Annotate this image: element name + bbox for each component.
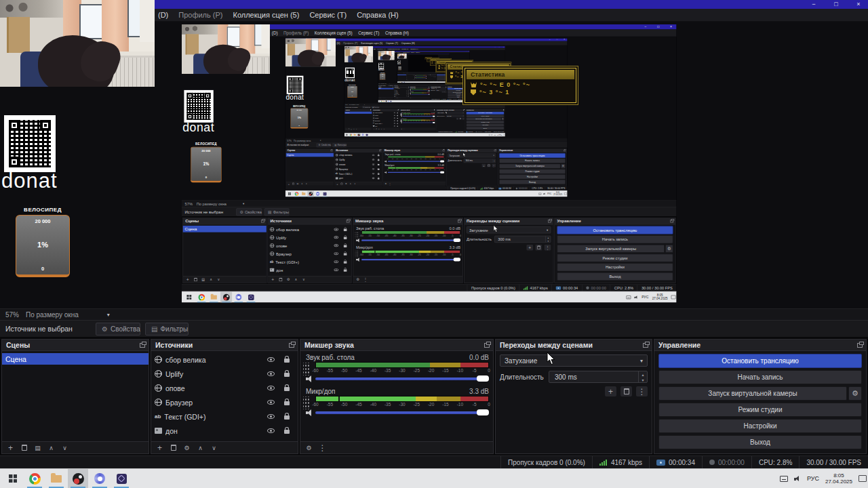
popout-icon[interactable] xyxy=(643,343,648,348)
add-source-button[interactable]: + xyxy=(154,443,165,453)
minimize-icon[interactable]: − xyxy=(810,0,818,9)
menu-item[interactable]: (D) xyxy=(158,11,168,19)
filters-label: Фильтры xyxy=(160,325,188,333)
menu-item[interactable]: Сервис (T) xyxy=(309,11,347,19)
speaker-icon[interactable] xyxy=(794,476,801,482)
donation-qr-code[interactable] xyxy=(4,115,56,172)
lock-icon[interactable] xyxy=(284,373,290,377)
scene-down-button[interactable]: ∨ xyxy=(59,443,71,453)
notification-center-icon[interactable] xyxy=(859,475,867,482)
lock-icon[interactable] xyxy=(284,415,290,420)
taskbar-folder-app[interactable] xyxy=(46,469,66,488)
eye-icon[interactable] xyxy=(267,357,275,362)
taskbar-blue-app[interactable] xyxy=(90,469,110,488)
eye-icon[interactable] xyxy=(267,371,275,376)
wolf-icon xyxy=(471,82,477,87)
eye-icon[interactable] xyxy=(267,428,275,433)
donation-goal-widget[interactable]: ВЕЛОСИПЕД 20 000 1% 0 xyxy=(16,207,70,277)
transition-select[interactable]: Затухание ▾ xyxy=(500,354,648,367)
properties-button[interactable]: ⚙ Свойства xyxy=(96,323,140,336)
source-list-item[interactable]: сбор велика xyxy=(151,352,298,367)
transition-menu-button[interactable]: ⋮ xyxy=(636,386,648,396)
popout-icon[interactable] xyxy=(289,343,294,348)
start-button[interactable] xyxy=(3,469,23,488)
popout-icon[interactable] xyxy=(484,343,490,348)
volume-meter xyxy=(315,362,489,368)
drag-grip-icon[interactable] xyxy=(303,396,311,409)
language-indicator[interactable]: РУС xyxy=(807,475,819,482)
source-list-item[interactable]: abТекст (GDI+) xyxy=(151,409,298,424)
speaker-icon[interactable] xyxy=(306,409,313,416)
spin-up-icon[interactable]: ▴ xyxy=(639,371,647,377)
taskbar-purple-app[interactable] xyxy=(111,469,132,488)
source-list-item[interactable]: опове xyxy=(151,381,298,395)
filters-button[interactable]: ▤ Фильтры xyxy=(145,323,189,336)
scene-filters-button[interactable]: ▤ xyxy=(32,443,43,453)
duration-input[interactable]: 300 ms ▴ ▾ xyxy=(549,371,648,383)
control-button[interactable]: Начать запись xyxy=(658,370,862,384)
remove-source-button[interactable] xyxy=(167,443,179,453)
lock-icon[interactable] xyxy=(284,359,290,363)
transitions-dock-header[interactable]: Переходы между сценами xyxy=(496,340,652,351)
remove-scene-button[interactable] xyxy=(18,443,30,453)
taskbar-chrome[interactable] xyxy=(24,469,45,488)
lock-icon[interactable] xyxy=(284,401,290,405)
close-icon[interactable]: × xyxy=(854,0,863,9)
source-properties-button[interactable]: ⚙ xyxy=(181,443,193,453)
taskbar-obs[interactable] xyxy=(68,469,88,488)
maximize-icon[interactable]: □ xyxy=(832,0,840,9)
sources-dock-header[interactable]: Источники xyxy=(151,340,298,351)
volume-slider-handle[interactable] xyxy=(477,409,489,415)
touch-keyboard-icon[interactable] xyxy=(780,476,788,482)
source-list-item[interactable]: Uplify xyxy=(151,367,298,381)
no-source-label: Источник не выбран xyxy=(5,325,73,333)
scene-up-button[interactable]: ∧ xyxy=(45,443,57,453)
eye-icon[interactable] xyxy=(267,386,275,390)
add-transition-button[interactable]: + xyxy=(605,386,616,396)
virtual-camera-settings-button[interactable]: ⚙ xyxy=(848,386,862,401)
chevron-down-icon: ▾ xyxy=(640,358,643,364)
speaker-icon[interactable] xyxy=(306,375,313,382)
scene-list-item[interactable]: Сцена xyxy=(2,353,149,365)
taskbar-clock[interactable]: 8:05 27.04.2025 xyxy=(825,472,852,485)
popout-icon[interactable] xyxy=(140,343,145,348)
control-button[interactable]: Остановить трансляцию xyxy=(658,354,862,368)
eye-icon[interactable] xyxy=(267,414,275,419)
volume-slider[interactable] xyxy=(315,378,488,380)
webcam-overlay[interactable] xyxy=(0,0,155,87)
source-up-button[interactable]: ∧ xyxy=(195,443,206,453)
menu-item[interactable]: Профиль (P) xyxy=(178,11,222,19)
remove-transition-button[interactable] xyxy=(620,386,632,396)
menu-item[interactable]: Справка (H) xyxy=(357,11,398,19)
add-scene-button[interactable]: + xyxy=(5,443,16,453)
zoom-mode-dropdown[interactable]: По размеру окна ▾ xyxy=(26,311,110,319)
drag-grip-icon[interactable] xyxy=(303,363,311,375)
advanced-audio-button[interactable]: ⚙ xyxy=(303,443,315,453)
mixer-dock-header[interactable]: Микшер звука xyxy=(300,340,493,351)
meter-tick-label: 0 xyxy=(488,402,490,407)
control-button[interactable]: Режим студии xyxy=(658,403,862,417)
eye-icon[interactable] xyxy=(267,400,275,405)
control-button[interactable]: Выход xyxy=(658,435,862,449)
sources-list: сбор великаUplifyоповеБраузерabТекст (GD… xyxy=(151,351,298,438)
scenes-dock-header[interactable]: Сцены xyxy=(2,340,149,351)
source-list-item[interactable]: Браузер xyxy=(151,395,298,409)
goal-percent: 1% xyxy=(16,241,69,249)
volume-slider[interactable] xyxy=(315,411,488,414)
controls-dock: Управление Остановить трансляциюНачать з… xyxy=(654,339,867,454)
lock-icon[interactable] xyxy=(284,430,290,434)
control-button[interactable]: Запуск виртуальной камеры xyxy=(658,386,847,401)
source-down-button[interactable]: ∨ xyxy=(208,443,220,453)
qr-pattern xyxy=(9,120,51,167)
stats-overlay-window[interactable]: Статистика °~ °~ E 0 °~ °~ °~ 3 °~ 1 xyxy=(465,68,576,103)
volume-slider-handle[interactable] xyxy=(477,375,489,382)
lock-icon[interactable] xyxy=(284,387,290,391)
spin-down-icon[interactable]: ▾ xyxy=(639,377,647,382)
control-button[interactable]: Настройки xyxy=(658,419,862,433)
menu-item[interactable]: Коллекция сцен (5) xyxy=(233,11,300,19)
spinner-arrows: ▴ ▾ xyxy=(638,371,647,382)
controls-dock-header[interactable]: Управление xyxy=(654,340,866,351)
source-list-item[interactable]: дон xyxy=(151,424,298,438)
popout-icon[interactable] xyxy=(857,343,863,348)
mixer-menu-button[interactable]: ⋮ xyxy=(317,443,328,453)
